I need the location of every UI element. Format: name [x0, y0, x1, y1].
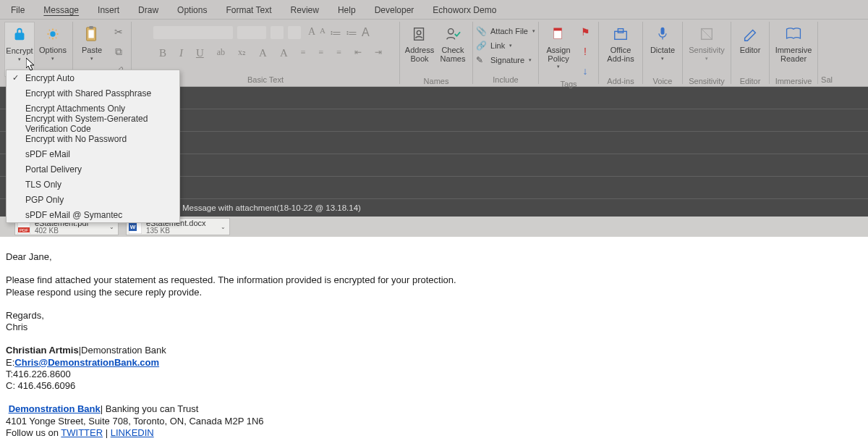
- font-controls[interactable]: A A ≔≔ A: [153, 26, 370, 40]
- body-p1: Please find attached your statement as r…: [6, 274, 868, 286]
- svg-rect-10: [618, 29, 623, 33]
- group-sensitivity: Sensitivity: [689, 77, 725, 86]
- sig-email-link[interactable]: Chris@DemonstrationBank.com: [14, 357, 159, 368]
- svg-rect-11: [661, 28, 665, 35]
- group-addins: Add-ins: [607, 77, 634, 86]
- editor-button[interactable]: Editor: [735, 22, 765, 77]
- link-button[interactable]: 🔗Link▾: [476, 39, 512, 52]
- addins-icon: [610, 23, 631, 45]
- encrypt-button[interactable]: Encrypt ▾: [4, 22, 35, 77]
- immersive-reader-button[interactable]: Immersive Reader: [776, 22, 811, 77]
- svg-text:W: W: [130, 224, 136, 230]
- flag-icon[interactable]: ⚑: [576, 23, 594, 41]
- svg-rect-8: [554, 28, 562, 31]
- tab-draw[interactable]: Draw: [136, 2, 161, 19]
- chevron-down-icon: ▾: [18, 56, 21, 62]
- tab-developer[interactable]: Developer: [373, 2, 417, 19]
- address-book-button[interactable]: Address Book: [404, 22, 435, 77]
- chevron-down-icon: ▾: [557, 64, 560, 69]
- group-editor: Editor: [740, 77, 761, 86]
- attach-file-button[interactable]: 📎Attach File▾: [476, 25, 535, 38]
- dd-spdf-symantec[interactable]: sPDF eMail @ Symantec: [7, 207, 179, 222]
- sig-company-link[interactable]: Demonstration Bank: [9, 403, 101, 414]
- tab-echoworx-demo[interactable]: Echoworx Demo: [430, 2, 498, 19]
- check-names-icon: [442, 23, 464, 45]
- check-names-button[interactable]: Check Names: [438, 22, 468, 77]
- chevron-down-icon: ▾: [90, 56, 93, 61]
- sig-cell: C: 416.456.6096: [6, 380, 868, 392]
- svg-point-5: [417, 30, 421, 35]
- editor-label: Editor: [740, 46, 761, 55]
- chevron-down-icon[interactable]: ⌄: [221, 224, 226, 230]
- chevron-down-icon[interactable]: ⌄: [109, 224, 114, 230]
- chevron-down-icon: ▾: [705, 56, 708, 61]
- dd-system-generated[interactable]: Encrypt with System-Generated Verificati…: [7, 116, 179, 131]
- paperclip-icon: 📎: [476, 26, 486, 36]
- format-buttons[interactable]: BI U abx₂ AA ≡≡≡ ⇤⇥: [153, 47, 382, 59]
- gear-icon: [42, 23, 64, 45]
- tab-review[interactable]: Review: [289, 2, 321, 19]
- dd-spdf-email[interactable]: sPDF eMail: [7, 146, 179, 161]
- signature-block: Christian Artmis|Demonstration Bank E:Ch…: [6, 345, 868, 439]
- sig-linkedin-link[interactable]: LINKEDIN: [111, 427, 154, 438]
- tab-options[interactable]: Options: [175, 2, 209, 19]
- svg-point-6: [448, 29, 454, 34]
- book-icon: [783, 23, 804, 45]
- options-button[interactable]: Options ▾: [38, 22, 68, 77]
- paste-label: Paste: [82, 46, 102, 55]
- priority-high-icon[interactable]: !: [576, 43, 594, 60]
- signature-icon: ✎: [476, 55, 486, 65]
- attachment-docx-size: 135 KB: [146, 227, 206, 235]
- sensitivity-icon: [696, 23, 718, 45]
- group-include: Include: [493, 75, 518, 85]
- dd-no-password[interactable]: Encrypt with No Password: [7, 131, 179, 146]
- sig-twitter-link[interactable]: TWITTER: [61, 427, 103, 438]
- chevron-down-icon: ▾: [51, 56, 54, 61]
- sig-address: 4101 Yonge Street, Suite 708, Toronto, O…: [6, 416, 868, 427]
- dictate-label: Dictate: [650, 46, 675, 55]
- policy-icon: [548, 23, 569, 45]
- group-basic-text: Basic Text: [247, 75, 284, 85]
- svg-rect-4: [414, 28, 424, 41]
- address-book-label: Address Book: [405, 46, 434, 63]
- mail-body[interactable]: Dear Jane, Please find attached your sta…: [0, 237, 868, 439]
- group-sal: Sal: [821, 75, 833, 85]
- microphone-icon: [652, 23, 673, 45]
- group-tags: Tags: [560, 80, 576, 89]
- sig-tel: T:416.226.8600: [6, 369, 868, 380]
- signature-button[interactable]: ✎Signature▾: [476, 54, 532, 67]
- sender-name: Chris: [6, 322, 868, 333]
- assign-policy-button[interactable]: Assign Policy ▾: [543, 22, 574, 77]
- check-names-label: Check Names: [441, 46, 466, 63]
- dd-portal-delivery[interactable]: Portal Delivery: [7, 161, 179, 177]
- dd-shared-passphrase[interactable]: Encrypt with Shared Passphrase: [7, 85, 179, 101]
- copy-icon[interactable]: ⧉: [110, 43, 127, 60]
- tab-message[interactable]: Message: [41, 2, 81, 19]
- assign-policy-label: Assign Policy: [546, 46, 570, 63]
- sig-company: Demonstration Bank: [81, 345, 166, 356]
- cut-icon[interactable]: ✂: [110, 23, 127, 41]
- dd-encrypt-auto[interactable]: Encrypt Auto: [7, 70, 179, 85]
- sig-slogan: Banking you can Trust: [103, 403, 198, 414]
- group-voice: Voice: [653, 77, 673, 86]
- tab-file[interactable]: File: [9, 2, 27, 19]
- sig-fullname: Christian Artmis: [6, 345, 79, 356]
- clipboard-icon: [81, 23, 103, 45]
- office-addins-button[interactable]: Office Add-ins: [605, 22, 636, 77]
- dd-tls-only[interactable]: TLS Only: [7, 177, 179, 192]
- encrypt-label: Encrypt: [6, 47, 33, 56]
- dictate-button[interactable]: Dictate ▾: [647, 22, 678, 77]
- tab-format-text[interactable]: Format Text: [224, 2, 273, 19]
- svg-rect-3: [88, 30, 93, 38]
- paste-button[interactable]: Paste ▾: [77, 22, 107, 77]
- priority-low-icon[interactable]: ↓: [576, 62, 594, 80]
- immersive-reader-label: Immersive Reader: [775, 46, 812, 63]
- regards: Regards,: [6, 310, 868, 322]
- dd-pgp-only[interactable]: PGP Only: [7, 192, 179, 207]
- tab-insert[interactable]: Insert: [95, 2, 122, 19]
- body-p2: Please respond using the secure reply pr…: [6, 287, 868, 298]
- tab-strip: File Message Insert Draw Options Format …: [0, 0, 868, 19]
- sensitivity-button[interactable]: Sensitivity ▾: [689, 22, 724, 77]
- sensitivity-label: Sensitivity: [689, 46, 725, 55]
- tab-help[interactable]: Help: [336, 2, 358, 19]
